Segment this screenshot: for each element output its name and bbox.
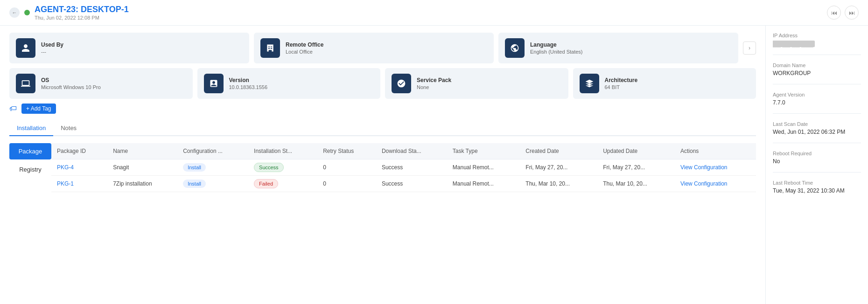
header-nav: ⏮ ⏭ <box>827 6 859 20</box>
pkg-config-2: Install <box>177 176 248 192</box>
last-reboot-label: Last Reboot Time <box>773 180 861 186</box>
install-status-badge-1: Success <box>254 163 284 172</box>
info-content-language: Language English (United States) <box>530 41 583 55</box>
office-icon <box>260 38 280 58</box>
right-panel-agent-version: Agent Version 7.7.0 <box>773 92 861 106</box>
info-card-version: Version 10.0.18363.1556 <box>197 68 381 99</box>
reboot-required-label: Reboot Required <box>773 151 861 156</box>
agent-title: AGENT-23: DESKTOP-1 <box>35 5 129 14</box>
pkg-task-2: Manual Remot... <box>447 176 520 192</box>
last-scan-value: Wed, Jun 01, 2022 06:32 PM <box>773 129 861 135</box>
right-panel-ip: IP Address ██.██.██.███ <box>773 33 861 47</box>
remote-office-value: Local Office <box>286 49 323 55</box>
used-by-label: Used By <box>41 41 63 48</box>
ip-value: ██.██.██.███ <box>773 41 815 47</box>
pkg-retry-2: 0 <box>317 176 376 192</box>
info-content-remote-office: Remote Office Local Office <box>286 41 323 55</box>
table-container: Package Registry Package ID Name Configu… <box>9 143 756 192</box>
reboot-required-value: No <box>773 158 861 165</box>
right-panel-reboot-required: Reboot Required No <box>773 151 861 165</box>
info-content-architecture: Architecture 64 BIT <box>605 77 638 90</box>
table-wrapper: Package ID Name Configuration ... Instal… <box>51 143 756 192</box>
agent-version-value: 7.7.0 <box>773 99 861 106</box>
right-panel: IP Address ██.██.██.███ Domain Name WORK… <box>765 26 868 304</box>
pkg-updated-2: Thu, Mar 10, 20... <box>597 176 675 192</box>
divider-4 <box>773 143 861 143</box>
language-value: English (United States) <box>530 49 583 55</box>
architecture-value: 64 BIT <box>605 84 638 90</box>
expand-button[interactable]: › <box>743 41 756 55</box>
pkg-name-2: 7Zip installation <box>107 176 177 192</box>
pkg-action-2: View Configuration <box>675 176 756 192</box>
col-created-date: Created Date <box>520 143 597 159</box>
install-status-badge-2: Failed <box>254 179 278 188</box>
pkg-install-status-2: Failed <box>248 176 317 192</box>
tags-section: 🏷 + Add Tag <box>9 104 756 114</box>
info-card-architecture: Architecture 64 BIT <box>573 68 756 99</box>
view-config-button-2[interactable]: View Configuration <box>680 180 728 187</box>
pkg-created-2: Thu, Mar 10, 20... <box>520 176 597 192</box>
info-content-version: Version 10.0.18363.1556 <box>229 77 268 90</box>
used-by-value: --- <box>41 49 63 55</box>
right-panel-domain: Domain Name WORKGROUP <box>773 62 861 76</box>
divider-1 <box>773 55 861 55</box>
col-package-id: Package ID <box>51 143 107 159</box>
back-button[interactable]: ← <box>9 7 20 18</box>
info-card-service-pack: Service Pack None <box>385 68 568 99</box>
version-icon <box>204 74 224 93</box>
agent-subtitle: Thu, Jun 02, 2022 12:08 PM <box>35 15 129 21</box>
servicepack-icon <box>392 74 411 93</box>
pkg-download-2: Success <box>376 176 447 192</box>
pkg-task-1: Manual Remot... <box>447 159 520 176</box>
person-icon <box>16 38 35 58</box>
add-tag-button[interactable]: + Add Tag <box>21 104 56 114</box>
pkg-name-1: Snagit <box>107 159 177 176</box>
tag-icon: 🏷 <box>9 104 17 113</box>
sidebar-nav: Package Registry <box>9 143 51 192</box>
sidebar-nav-package[interactable]: Package <box>9 143 51 159</box>
nav-prev-button[interactable]: ⏮ <box>827 6 841 20</box>
col-name: Name <box>107 143 177 159</box>
nav-next-button[interactable]: ⏭ <box>845 6 859 20</box>
table-row: PKG-1 7Zip installation Install Failed 0… <box>51 176 756 192</box>
pkg-link-2[interactable]: PKG-1 <box>57 180 74 187</box>
right-panel-last-reboot: Last Reboot Time Tue, May 31, 2022 10:30… <box>773 180 861 194</box>
os-icon <box>16 74 35 93</box>
header-left: ← AGENT-23: DESKTOP-1 Thu, Jun 02, 2022 … <box>9 5 129 21</box>
divider-2 <box>773 84 861 84</box>
domain-label: Domain Name <box>773 62 861 68</box>
col-download-status: Download Sta... <box>376 143 447 159</box>
status-dot <box>24 10 30 15</box>
info-content-used-by: Used By --- <box>41 41 63 55</box>
tab-notes[interactable]: Notes <box>53 121 84 136</box>
service-pack-value: None <box>417 84 451 90</box>
remote-office-label: Remote Office <box>286 41 323 48</box>
architecture-label: Architecture <box>605 77 638 83</box>
table-row: PKG-4 Snagit Install Success 0 Success M… <box>51 159 756 176</box>
agent-version-label: Agent Version <box>773 92 861 97</box>
pkg-id-2: PKG-1 <box>51 176 107 192</box>
service-pack-label: Service Pack <box>417 77 451 83</box>
os-value: Microsoft Windows 10 Pro <box>41 84 101 90</box>
agent-info: AGENT-23: DESKTOP-1 Thu, Jun 02, 2022 12… <box>35 5 129 21</box>
config-badge-2: Install <box>183 180 206 188</box>
language-label: Language <box>530 41 583 48</box>
header: ← AGENT-23: DESKTOP-1 Thu, Jun 02, 2022 … <box>0 0 868 26</box>
packages-table: Package ID Name Configuration ... Instal… <box>51 143 756 192</box>
pkg-updated-1: Fri, May 27, 20... <box>597 159 675 176</box>
tab-installation[interactable]: Installation <box>9 121 53 136</box>
pkg-link-1[interactable]: PKG-4 <box>57 164 74 171</box>
col-retry-status: Retry Status <box>317 143 376 159</box>
version-label: Version <box>229 77 268 83</box>
col-installation-status: Installation St... <box>248 143 317 159</box>
col-updated-date: Updated Date <box>597 143 675 159</box>
divider-5 <box>773 172 861 173</box>
language-icon <box>505 38 525 58</box>
view-config-button-1[interactable]: View Configuration <box>680 164 728 171</box>
sidebar-nav-registry[interactable]: Registry <box>9 161 51 178</box>
info-row-1: Used By --- Remote Office Local Office <box>9 33 756 63</box>
pkg-download-1: Success <box>376 159 447 176</box>
col-actions: Actions <box>675 143 756 159</box>
pkg-action-1: View Configuration <box>675 159 756 176</box>
domain-value: WORKGROUP <box>773 70 861 76</box>
